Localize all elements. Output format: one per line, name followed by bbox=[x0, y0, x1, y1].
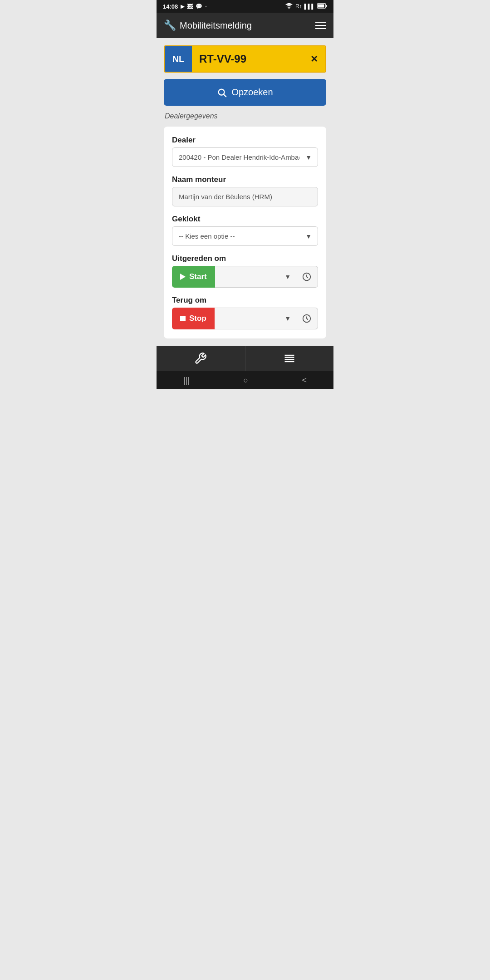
status-icons: R↑ ▌▌▌ bbox=[285, 3, 327, 10]
uitgereden-row: Start ▼ bbox=[172, 266, 318, 288]
plate-number: RT-VV-99 bbox=[192, 46, 303, 72]
dealer-field: Dealer 200420 - Pon Dealer Hendrik-Ido-A… bbox=[172, 136, 318, 167]
terug-label-text: Terug om bbox=[172, 296, 206, 304]
search-button-label: Opzoeken bbox=[231, 87, 273, 98]
clock-icon bbox=[302, 272, 312, 282]
plate-country: NL bbox=[165, 46, 192, 72]
uitgereden-time-select[interactable] bbox=[215, 266, 295, 287]
stop-icon bbox=[180, 316, 186, 321]
monteur-field: Naam monteur bbox=[172, 175, 318, 206]
terug-label: Terug om bbox=[172, 296, 318, 305]
time-display: 14:08 bbox=[163, 3, 178, 10]
signal-bars-icon: ▌▌▌ bbox=[304, 4, 315, 9]
wrench-nav-icon bbox=[194, 352, 207, 365]
geklokt-label: Geklokt bbox=[172, 215, 318, 224]
search-icon bbox=[217, 88, 227, 98]
bottom-nav bbox=[157, 346, 333, 371]
uitgereden-time-select-wrapper: ▼ bbox=[215, 266, 295, 288]
geklokt-field: Geklokt -- Kies een optie -- ▼ bbox=[172, 215, 318, 246]
chat-icon: 💬 bbox=[196, 3, 202, 10]
stop-label: Stop bbox=[189, 314, 206, 323]
start-button[interactable]: Start bbox=[172, 266, 215, 288]
bottom-nav-list[interactable] bbox=[245, 346, 334, 371]
status-bar: 14:08 ▶ 🖼 💬 · R↑ ▌▌▌ bbox=[157, 0, 333, 13]
uitgereden-clock-button[interactable] bbox=[295, 266, 318, 288]
terug-clock-button[interactable] bbox=[295, 308, 318, 329]
status-time: 14:08 ▶ 🖼 💬 · bbox=[163, 3, 207, 10]
bottom-nav-wrench[interactable] bbox=[157, 346, 245, 371]
clock-icon-2 bbox=[302, 314, 312, 323]
terug-row: Stop ▼ bbox=[172, 308, 318, 329]
plate-clear-button[interactable]: ✕ bbox=[303, 46, 325, 72]
wifi-icon bbox=[285, 3, 293, 10]
start-label: Start bbox=[189, 272, 207, 281]
monteur-label: Naam monteur bbox=[172, 175, 318, 184]
terug-field: Terug om Stop ▼ bbox=[172, 296, 318, 329]
dealer-select-wrapper: 200420 - Pon Dealer Hendrik-Ido-Ambach ▼ bbox=[172, 147, 318, 167]
top-bar: 🔧 Mobiliteitsmelding bbox=[157, 13, 333, 38]
svg-rect-2 bbox=[326, 5, 327, 7]
app-title-text: Mobiliteitsmelding bbox=[180, 20, 252, 31]
list-nav-icon bbox=[283, 352, 296, 365]
stop-button[interactable]: Stop bbox=[172, 308, 215, 329]
svg-line-5 bbox=[224, 94, 226, 97]
back-button[interactable]: < bbox=[302, 376, 307, 385]
dealer-card: Dealer 200420 - Pon Dealer Hendrik-Ido-A… bbox=[164, 127, 326, 338]
search-button[interactable]: Opzoeken bbox=[164, 79, 326, 106]
svg-point-0 bbox=[289, 8, 289, 9]
svg-rect-3 bbox=[318, 4, 324, 7]
play-icon bbox=[180, 274, 186, 280]
license-plate: NL RT-VV-99 ✕ bbox=[164, 45, 326, 73]
image-icon: 🖼 bbox=[187, 3, 193, 10]
uitgereden-label: Uitgereden om bbox=[172, 254, 318, 263]
geklokt-select-wrapper: -- Kies een optie -- ▼ bbox=[172, 226, 318, 246]
menu-button[interactable] bbox=[315, 22, 326, 29]
play-store-icon: ▶ bbox=[181, 4, 184, 10]
dealer-select[interactable]: 200420 - Pon Dealer Hendrik-Ido-Ambach bbox=[172, 147, 318, 167]
wrench-icon: 🔧 bbox=[164, 20, 176, 31]
app-title: 🔧 Mobiliteitsmelding bbox=[164, 20, 252, 31]
dealer-label: Dealer bbox=[172, 136, 318, 145]
battery-icon bbox=[317, 3, 327, 10]
geklokt-select[interactable]: -- Kies een optie -- bbox=[172, 226, 318, 246]
uitgereden-field: Uitgereden om Start ▼ bbox=[172, 254, 318, 288]
android-nav: ||| ○ < bbox=[157, 371, 333, 389]
recent-apps-button[interactable]: ||| bbox=[183, 376, 190, 385]
terug-time-select[interactable] bbox=[215, 308, 295, 329]
dot-indicator: · bbox=[205, 3, 207, 10]
home-button[interactable]: ○ bbox=[243, 376, 248, 385]
signal-icon: R↑ bbox=[295, 3, 302, 10]
terug-time-select-wrapper: ▼ bbox=[215, 308, 295, 329]
monteur-input[interactable] bbox=[172, 187, 318, 206]
main-content: NL RT-VV-99 ✕ Opzoeken Dealergegevens De… bbox=[157, 38, 333, 346]
section-label: Dealergegevens bbox=[165, 112, 326, 120]
